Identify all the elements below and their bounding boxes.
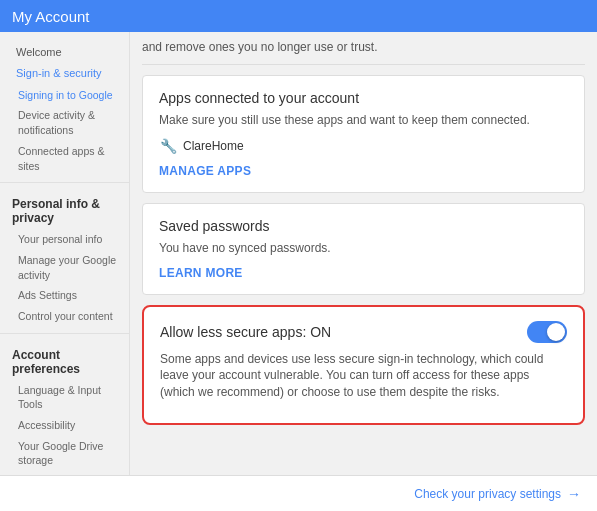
sidebar-sub-signing-in[interactable]: Signing in to Google	[0, 85, 129, 106]
sidebar-item-welcome[interactable]: Welcome	[0, 42, 129, 63]
sidebar-sub-language[interactable]: Language & Input Tools	[0, 380, 129, 415]
footer[interactable]: Check your privacy settings →	[0, 475, 597, 511]
sidebar-section-account-prefs: Account preferences	[0, 340, 129, 380]
main-layout: Welcome Sign-in & security Signing in to…	[0, 32, 597, 475]
less-secure-desc: Some apps and devices use less secure si…	[160, 351, 567, 401]
sidebar-item-signin-security[interactable]: Sign-in & security	[0, 63, 129, 84]
content-intro-text: and remove ones you no longer use or tru…	[142, 32, 585, 65]
app-name: ClareHome	[183, 139, 244, 153]
less-secure-title: Allow less secure apps: ON	[160, 324, 331, 340]
less-secure-toggle[interactable]	[527, 321, 567, 343]
sidebar: Welcome Sign-in & security Signing in to…	[0, 32, 130, 475]
sidebar-divider-2	[0, 333, 129, 334]
sidebar-divider-1	[0, 182, 129, 183]
sidebar-sub-accessibility[interactable]: Accessibility	[0, 415, 129, 436]
app-icon: 🔧	[159, 137, 177, 155]
less-secure-toggle-row: Allow less secure apps: ON	[160, 321, 567, 343]
top-bar: My Account	[0, 0, 597, 32]
sidebar-sub-ads[interactable]: Ads Settings	[0, 285, 129, 306]
card-connected-apps: Apps connected to your account Make sure…	[142, 75, 585, 193]
connected-app-row: 🔧 ClareHome	[159, 137, 568, 155]
content-area: and remove ones you no longer use or tru…	[130, 32, 597, 475]
card-less-secure-apps: Allow less secure apps: ON Some apps and…	[142, 305, 585, 425]
sidebar-sub-drive-storage[interactable]: Your Google Drive storage	[0, 436, 129, 471]
sidebar-section-personal: Personal info & privacy	[0, 189, 129, 229]
sidebar-sub-content[interactable]: Control your content	[0, 306, 129, 327]
footer-text: Check your privacy settings	[414, 487, 561, 501]
sidebar-sub-device-activity[interactable]: Device activity & notifications	[0, 105, 129, 140]
top-bar-title: My Account	[12, 8, 90, 25]
sidebar-sub-personal-info[interactable]: Your personal info	[0, 229, 129, 250]
saved-passwords-desc: You have no synced passwords.	[159, 240, 568, 257]
sidebar-sub-google-activity[interactable]: Manage your Google activity	[0, 250, 129, 285]
footer-arrow: →	[567, 486, 581, 502]
saved-passwords-title: Saved passwords	[159, 218, 568, 234]
connected-apps-desc: Make sure you still use these apps and w…	[159, 112, 568, 129]
manage-apps-link[interactable]: MANAGE APPS	[159, 164, 251, 178]
connected-apps-title: Apps connected to your account	[159, 90, 568, 106]
card-saved-passwords: Saved passwords You have no synced passw…	[142, 203, 585, 295]
learn-more-link[interactable]: LEARN MORE	[159, 266, 243, 280]
sidebar-sub-connected-apps[interactable]: Connected apps & sites	[0, 141, 129, 176]
